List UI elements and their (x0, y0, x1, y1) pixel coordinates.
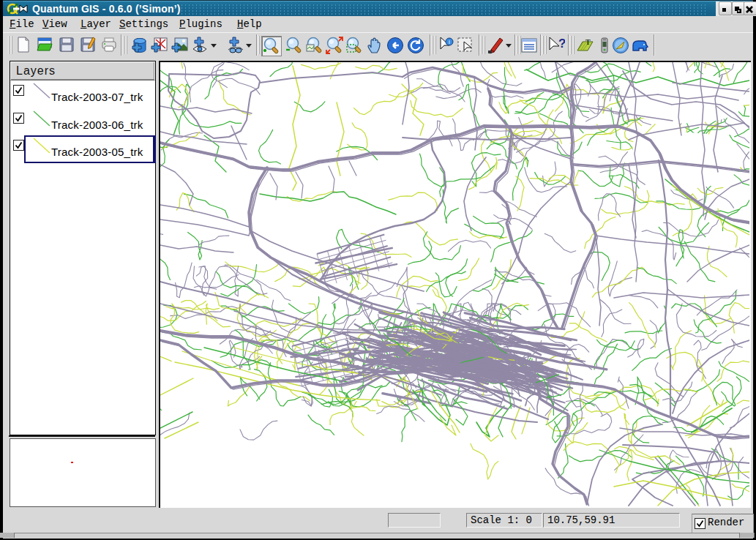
svg-text:T: T (585, 38, 591, 46)
svg-text:i: i (449, 39, 450, 45)
svg-text:?: ? (558, 37, 565, 50)
